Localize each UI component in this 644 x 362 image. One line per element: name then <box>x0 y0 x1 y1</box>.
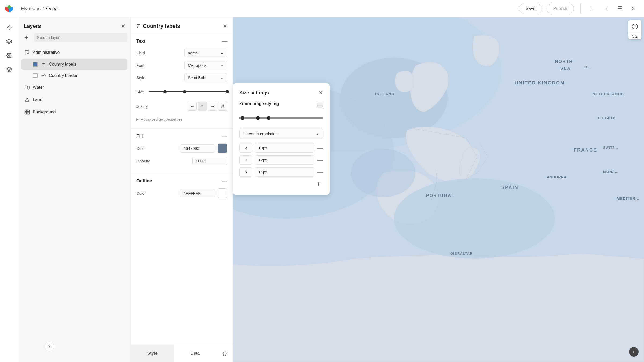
map-time-control[interactable]: 3.2 <box>628 20 641 39</box>
style-chevron: ⌄ <box>220 75 224 80</box>
fill-color-swatch[interactable] <box>218 143 227 153</box>
zoom-row-3-size[interactable] <box>255 167 314 177</box>
svg-text:IRELAND: IRELAND <box>375 92 395 96</box>
menu-button[interactable]: ☰ <box>615 4 625 13</box>
zoom-row-3-number[interactable] <box>239 167 252 177</box>
layers-header: Layers ✕ <box>18 17 131 32</box>
size-slider-dot-2[interactable] <box>183 90 186 93</box>
size-slider-dot-1[interactable] <box>163 90 167 93</box>
layer-item-country-border[interactable]: Country border <box>21 70 127 81</box>
layer-item-country-labels[interactable]: T Country labels <box>21 59 127 70</box>
text-section-collapse[interactable]: — <box>222 38 227 44</box>
zoom-row-3-remove-button[interactable]: — <box>317 169 323 176</box>
size-row: Size <box>136 86 227 98</box>
zoom-section-collapse[interactable]: — <box>317 102 323 109</box>
zoom-dot-1[interactable] <box>241 116 244 120</box>
svg-text:FRANCE: FRANCE <box>574 147 597 153</box>
country-border-label: Country border <box>49 73 78 78</box>
tab-style[interactable]: Style <box>131 345 174 362</box>
size-settings-popup: Size settings ✕ Zoom range styling — Lin… <box>233 83 330 195</box>
outline-color-swatch[interactable] <box>218 188 227 198</box>
administrative-icon <box>24 50 30 56</box>
background-icon <box>24 109 30 115</box>
svg-text:ANDORRA: ANDORRA <box>547 175 566 179</box>
justify-right-button[interactable]: ⇥ <box>208 102 217 111</box>
country-labels-type-icon: T <box>40 61 46 67</box>
plugin-icon-button[interactable] <box>3 64 15 75</box>
forward-button[interactable]: → <box>601 4 611 13</box>
svg-text:NETHERLANDS: NETHERLANDS <box>592 92 624 96</box>
style-panel-header: T Country labels ✕ <box>131 17 233 34</box>
fill-section-collapse[interactable]: — <box>222 133 227 139</box>
zoom-row-1-size[interactable] <box>255 143 314 153</box>
advanced-text-properties[interactable]: ▶ Advanced text properties <box>136 114 227 124</box>
justify-left-button[interactable]: ⇤ <box>188 102 197 111</box>
font-value: Metropolis <box>188 63 206 68</box>
topbar-divider <box>580 3 581 14</box>
layer-item-land[interactable]: Land <box>21 94 127 106</box>
settings-icon-button[interactable] <box>3 50 15 61</box>
layer-item-administrative[interactable]: Administrative <box>21 46 127 59</box>
zoom-section-title: Zoom range styling <box>239 101 279 106</box>
administrative-label: Administrative <box>33 50 60 55</box>
zoom-row-2-remove-button[interactable]: — <box>317 157 323 164</box>
add-zoom-row-button[interactable]: + <box>314 179 323 189</box>
breadcrumb-link[interactable]: My maps <box>21 6 41 12</box>
layer-item-background[interactable]: Background <box>21 106 127 118</box>
field-value: name <box>188 51 198 55</box>
fill-color-row: Color #647990 <box>136 143 227 153</box>
add-layer-button[interactable]: + <box>21 32 31 42</box>
lightning-icon-button[interactable] <box>3 22 15 34</box>
zoom-row-2-number[interactable] <box>239 155 252 165</box>
font-select[interactable]: Metropolis ⌄ <box>184 61 227 69</box>
style-select[interactable]: Semi Bold ⌄ <box>184 73 227 82</box>
zoom-row-1-number[interactable] <box>239 143 252 153</box>
search-layers-input[interactable] <box>34 33 127 42</box>
zoom-dot-3[interactable] <box>267 116 270 120</box>
layers-title: Layers <box>24 23 41 29</box>
interpolation-label: Linear interpolation <box>243 131 278 136</box>
publish-button[interactable]: Publish <box>547 4 574 13</box>
svg-text:i: i <box>633 350 634 353</box>
country-labels-checkbox[interactable] <box>33 62 38 67</box>
size-slider[interactable] <box>149 88 227 96</box>
layers-close-button[interactable]: ✕ <box>121 23 125 29</box>
layers-icon-button[interactable] <box>3 36 15 47</box>
fill-section-title: Fill <box>136 134 143 139</box>
water-label: Water <box>33 85 44 90</box>
outline-section-collapse[interactable]: — <box>222 178 227 184</box>
svg-text:MEDITER...: MEDITER... <box>617 196 639 201</box>
tab-json[interactable]: { } <box>217 345 233 362</box>
save-button[interactable]: Save <box>519 4 542 13</box>
advanced-arrow-icon: ▶ <box>136 117 139 121</box>
zoom-section-header: Zoom range styling — <box>239 101 323 109</box>
field-chevron: ⌄ <box>220 50 224 55</box>
font-row: Font Metropolis ⌄ <box>136 61 227 69</box>
interpolation-select[interactable]: Linear interpolation ⌄ <box>239 128 323 139</box>
size-settings-close-button[interactable]: ✕ <box>319 90 323 96</box>
size-slider-dot-3[interactable] <box>226 90 229 93</box>
outline-color-input[interactable]: #FFFFFF <box>180 189 215 197</box>
tab-data[interactable]: Data <box>174 345 217 362</box>
zoom-range-slider[interactable] <box>239 113 323 123</box>
fill-opacity-input[interactable]: 100% <box>192 157 227 165</box>
country-border-checkbox[interactable] <box>33 73 38 78</box>
justify-text-button[interactable]: A <box>218 102 227 111</box>
field-select[interactable]: name ⌄ <box>184 49 227 57</box>
help-button[interactable]: ? <box>45 342 54 351</box>
style-label: Style <box>136 75 145 80</box>
layer-item-water[interactable]: Water <box>21 81 127 94</box>
svg-point-21 <box>351 149 415 197</box>
svg-text:MONA...: MONA... <box>603 170 619 174</box>
justify-center-button[interactable]: ≡ <box>198 102 207 111</box>
map-info-button[interactable]: i <box>629 347 639 357</box>
layer-list: Administrative T Country labels Country … <box>18 46 131 118</box>
back-button[interactable]: ← <box>587 4 597 13</box>
svg-text:GIBRALTAR: GIBRALTAR <box>450 252 473 256</box>
zoom-row-1-remove-button[interactable]: — <box>317 145 323 152</box>
svg-text:SPAIN: SPAIN <box>501 185 518 190</box>
style-panel-close-button[interactable]: ✕ <box>223 23 227 29</box>
fill-color-input[interactable]: #647990 <box>180 144 215 153</box>
zoom-row-2-size[interactable] <box>255 155 314 165</box>
close-button[interactable]: ✕ <box>629 4 639 13</box>
